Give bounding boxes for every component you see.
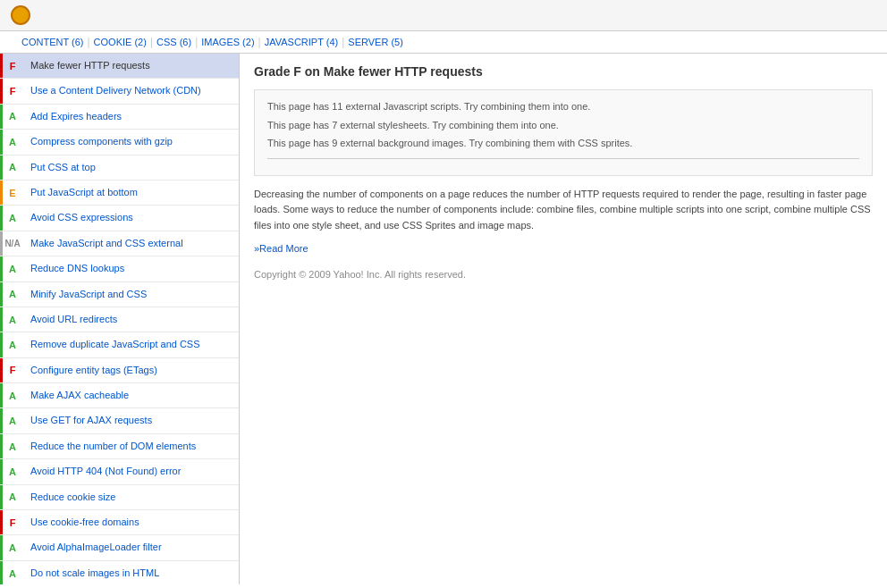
filter-items: CONTENT (6)|COOKIE (2)|CSS (6)|IMAGES (2…	[21, 36, 407, 48]
rule-label: Make fewer HTTP requests	[25, 54, 239, 78]
rule-row[interactable]: AAvoid AlphaImageLoader filter	[0, 535, 239, 560]
rule-label: Compress components with gzip	[25, 130, 239, 154]
rule-label: Use GET for AJAX requests	[25, 408, 239, 433]
rule-row[interactable]: AReduce DNS lookups	[0, 256, 239, 281]
rule-label: Reduce DNS lookups	[25, 256, 239, 281]
rule-grade: E	[0, 181, 25, 205]
rule-grade: F	[0, 54, 25, 78]
rule-row[interactable]: FMake fewer HTTP requests	[0, 54, 239, 79]
read-more-link[interactable]: »Read More	[254, 243, 308, 254]
rule-grade: A	[0, 256, 25, 281]
rule-row[interactable]: ACompress components with gzip	[0, 130, 239, 155]
rule-label: Configure entity tags (ETags)	[25, 358, 239, 382]
rule-row[interactable]: AAvoid URL redirects	[0, 307, 239, 332]
rule-row[interactable]: AReduce the number of DOM elements	[0, 434, 239, 459]
rule-grade: F	[0, 510, 25, 534]
grade-badge	[11, 5, 30, 25]
rule-label: Put JavaScript at bottom	[25, 181, 239, 205]
rule-label: Make JavaScript and CSS external	[25, 231, 239, 256]
filter-cookie[interactable]: COOKIE (2)	[94, 37, 147, 47]
filter-separator: |	[87, 36, 89, 48]
filter-separator: |	[342, 36, 344, 48]
rule-grade: A	[0, 408, 25, 433]
rule-row[interactable]: N/AMake JavaScript and CSS external	[0, 231, 239, 256]
rule-row[interactable]: APut CSS at top	[0, 155, 239, 181]
rule-grade: A	[0, 459, 25, 483]
rule-label: Add Expires headers	[25, 105, 239, 129]
filter-server[interactable]: SERVER (5)	[348, 37, 403, 47]
filter-separator: |	[258, 36, 261, 48]
rule-grade: A	[0, 155, 25, 180]
rule-row[interactable]: AMinify JavaScript and CSS	[0, 282, 239, 307]
rule-grade: F	[0, 358, 25, 382]
rule-row[interactable]: AAdd Expires headers	[0, 105, 239, 130]
filter-images[interactable]: IMAGES (2)	[201, 37, 254, 47]
filter-content[interactable]: CONTENT (6)	[21, 37, 83, 47]
rule-label: Avoid CSS expressions	[25, 206, 239, 230]
rule-label: Do not scale images in HTML	[25, 561, 239, 584]
rule-grade: N/A	[0, 231, 25, 256]
rule-row[interactable]: ADo not scale images in HTML	[0, 561, 239, 584]
filter-separator: |	[195, 36, 198, 48]
detail-divider	[267, 158, 859, 159]
rule-grade: A	[0, 307, 25, 332]
rule-grade: A	[0, 332, 25, 357]
rule-row[interactable]: AAvoid HTTP 404 (Not Found) error	[0, 459, 239, 484]
filter-javascript[interactable]: JAVASCRIPT (4)	[265, 37, 339, 47]
detail-title: Grade F on Make fewer HTTP requests	[254, 64, 873, 79]
rule-label: Use cookie-free domains	[25, 510, 239, 534]
rule-row[interactable]: ARemove duplicate JavaScript and CSS	[0, 332, 239, 357]
rules-list: FMake fewer HTTP requestsFUse a Content …	[0, 54, 240, 584]
detail-panel: Grade F on Make fewer HTTP requests This…	[240, 54, 887, 584]
copyright: Copyright © 2009 Yahoo! Inc. All rights …	[254, 269, 873, 280]
filter-css[interactable]: CSS (6)	[156, 37, 191, 47]
rule-grade: A	[0, 130, 25, 154]
detail-info-line: This page has 11 external Javascript scr…	[267, 99, 859, 114]
rule-row[interactable]: FUse cookie-free domains	[0, 510, 239, 535]
rule-label: Use a Content Delivery Network (CDN)	[25, 79, 239, 103]
rule-label: Reduce cookie size	[25, 485, 239, 509]
rule-label: Make AJAX cacheable	[25, 383, 239, 407]
detail-info-line: This page has 9 external background imag…	[267, 136, 859, 151]
rule-grade: A	[0, 434, 25, 458]
rule-label: Reduce the number of DOM elements	[25, 434, 239, 458]
rule-row[interactable]: EPut JavaScript at bottom	[0, 181, 239, 206]
rule-grade: A	[0, 535, 25, 559]
rule-grade: A	[0, 561, 25, 584]
rule-grade: A	[0, 206, 25, 230]
rule-label: Avoid HTTP 404 (Not Found) error	[25, 459, 239, 483]
detail-description: Decreasing the number of components on a…	[254, 187, 873, 234]
rule-row[interactable]: AAvoid CSS expressions	[0, 206, 239, 231]
rule-row[interactable]: AReduce cookie size	[0, 485, 239, 510]
rule-row[interactable]: AUse GET for AJAX requests	[0, 408, 239, 433]
rule-grade: A	[0, 383, 25, 407]
rule-label: Minify JavaScript and CSS	[25, 282, 239, 307]
detail-info-box: This page has 11 external Javascript scr…	[254, 89, 873, 176]
rule-grade: A	[0, 282, 25, 307]
rule-label: Put CSS at top	[25, 155, 239, 180]
rule-row[interactable]: FConfigure entity tags (ETags)	[0, 358, 239, 383]
filter-separator: |	[150, 36, 153, 48]
rule-label: Avoid URL redirects	[25, 307, 239, 332]
rule-grade: F	[0, 79, 25, 103]
detail-info-line: This page has 7 external stylesheets. Tr…	[267, 118, 859, 133]
rule-label: Remove duplicate JavaScript and CSS	[25, 332, 239, 357]
rule-label: Avoid AlphaImageLoader filter	[25, 535, 239, 559]
rule-row[interactable]: FUse a Content Delivery Network (CDN)	[0, 79, 239, 104]
rule-grade: A	[0, 105, 25, 129]
rule-grade: A	[0, 485, 25, 509]
rule-row[interactable]: AMake AJAX cacheable	[0, 383, 239, 408]
